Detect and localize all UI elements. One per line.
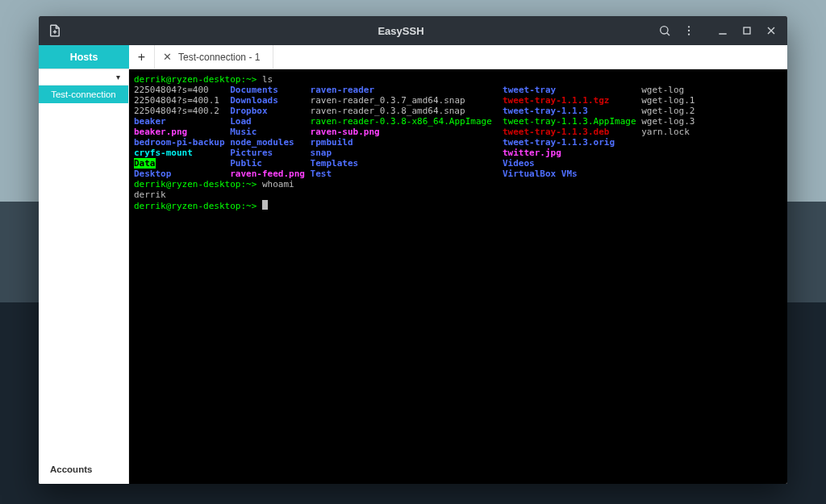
terminal-line: derrik bbox=[134, 190, 782, 200]
titlebar: EasySSH bbox=[39, 16, 787, 45]
terminal-line: 22504804?s=400 Documents raven-reader tw… bbox=[134, 85, 782, 95]
tab-connection[interactable]: ✕ Test-connection - 1 bbox=[155, 45, 273, 69]
svg-rect-4 bbox=[744, 27, 750, 34]
terminal-line: derrik@ryzen-desktop:~> whoami bbox=[134, 179, 782, 190]
terminal-line: Desktop raven-feed.png Test VirtualBox V… bbox=[134, 169, 782, 179]
terminal-line: beaker Load raven-reader-0.3.8-x86_64.Ap… bbox=[134, 116, 782, 127]
sidebar-accounts-label: Accounts bbox=[50, 464, 92, 474]
sidebar-item-label: Test-connection bbox=[51, 90, 116, 99]
close-button[interactable] bbox=[760, 19, 782, 42]
terminal-line: bedroom-pi-backup node_modules rpmbuild … bbox=[134, 137, 782, 148]
terminal-line: Data Public Templates Videos bbox=[134, 158, 782, 169]
plus-icon: + bbox=[138, 50, 145, 65]
window-body: ▾ Test-connection Accounts derrik@ryzen-… bbox=[39, 69, 787, 484]
terminal[interactable]: derrik@ryzen-desktop:~> ls22504804?s=400… bbox=[129, 69, 787, 484]
maximize-button[interactable] bbox=[736, 19, 758, 42]
terminal-line: cryfs-mount Pictures snap twitter.jpg bbox=[134, 148, 782, 158]
terminal-line: beaker.png Music raven-sub.png tweet-tra… bbox=[134, 127, 782, 137]
app-window: EasySSH Ho bbox=[39, 16, 787, 484]
sidebar-dropdown[interactable]: ▾ bbox=[39, 69, 128, 85]
terminal-line: 22504804?s=400.1 Downloads raven-reader_… bbox=[134, 95, 782, 106]
svg-point-3 bbox=[688, 34, 690, 35]
window-title: EasySSH bbox=[156, 25, 645, 37]
terminal-line: derrik@ryzen-desktop:~> ls bbox=[134, 74, 782, 85]
tabstrip: Hosts + ✕ Test-connection - 1 bbox=[39, 45, 787, 69]
tab-hosts-label: Hosts bbox=[70, 52, 98, 63]
search-button[interactable] bbox=[653, 19, 676, 42]
svg-point-2 bbox=[688, 30, 690, 31]
terminal-cursor bbox=[262, 200, 268, 210]
tab-close-icon[interactable]: ✕ bbox=[163, 51, 172, 63]
new-tab-button[interactable]: + bbox=[129, 45, 155, 69]
terminal-line: 22504804?s=400.2 Dropbox raven-reader_0.… bbox=[134, 106, 782, 116]
minimize-button[interactable] bbox=[711, 19, 734, 42]
tab-hosts[interactable]: Hosts bbox=[39, 45, 129, 69]
terminal-line: derrik@ryzen-desktop:~> bbox=[134, 200, 782, 211]
sidebar-item-test-connection[interactable]: Test-connection bbox=[39, 85, 128, 103]
new-document-button[interactable] bbox=[44, 19, 66, 42]
sidebar: ▾ Test-connection Accounts bbox=[39, 69, 129, 484]
menu-button[interactable] bbox=[678, 19, 700, 42]
sidebar-spacer bbox=[39, 103, 128, 456]
sidebar-accounts[interactable]: Accounts bbox=[39, 456, 128, 484]
chevron-down-icon: ▾ bbox=[116, 73, 120, 81]
tab-connection-label: Test-connection - 1 bbox=[178, 52, 260, 63]
svg-point-0 bbox=[661, 27, 668, 34]
svg-point-1 bbox=[688, 26, 690, 27]
